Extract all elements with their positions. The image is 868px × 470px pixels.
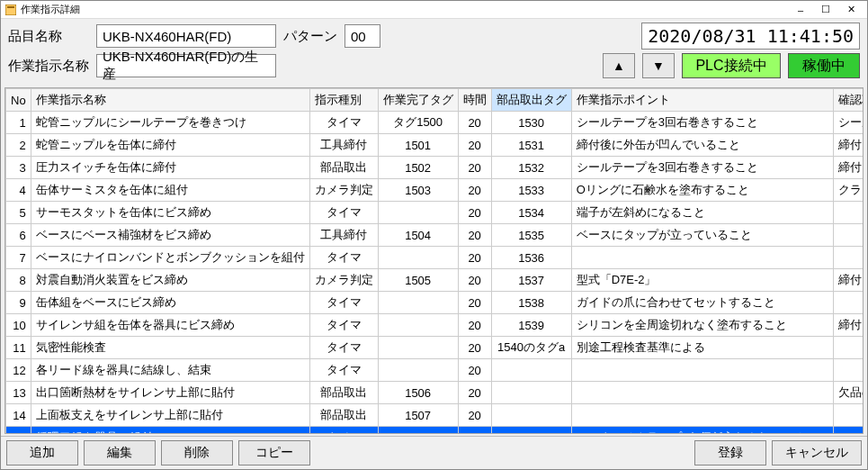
- cell-point: [571, 382, 833, 404]
- table-row[interactable]: 6ベースにベース補強材をビス締め工具締付1504201535ベースにタップが立っ…: [6, 224, 864, 247]
- cell-no: 10: [6, 314, 31, 337]
- table-row[interactable]: 1蛇管ニップルにシールテープを巻きつけタイマタグ1500201530シールテープ…: [6, 112, 864, 134]
- table-row[interactable]: 15循環口組を器具に組付タイマ100ワンタッチクランプが2個仮入れされていること: [6, 427, 864, 435]
- cell-point: ベースにタップが立っていること: [571, 224, 833, 247]
- cell-time: 20: [458, 314, 491, 337]
- cell-check: 欠品のないこ: [833, 382, 864, 404]
- cell-pick: [491, 382, 571, 404]
- cell-pick: 1536: [491, 247, 571, 269]
- cell-time: 20: [458, 157, 491, 179]
- product-field[interactable]: UKB-NX460HAR(FD): [96, 24, 276, 48]
- cell-pick: [491, 404, 571, 427]
- cell-time: 20: [458, 382, 491, 404]
- run-status[interactable]: 稼働中: [788, 53, 860, 78]
- table-row[interactable]: 12各リード線を器具に結線し、結束タイマ20: [6, 359, 864, 382]
- svg-rect-1: [7, 6, 14, 8]
- up-button[interactable]: ▲: [603, 53, 635, 78]
- cell-no: 12: [6, 359, 31, 382]
- cell-type: タイマ: [309, 292, 378, 314]
- edit-button[interactable]: 編集: [84, 440, 156, 465]
- cell-name: 缶体サーミスタを缶体に組付: [31, 179, 309, 202]
- col-point[interactable]: 作業指示ポイント: [571, 89, 833, 112]
- cell-point: [571, 359, 833, 382]
- cell-no: 15: [6, 427, 31, 435]
- cell-point: 別途工程検査基準による: [571, 337, 833, 359]
- cell-check: [833, 292, 864, 314]
- cell-name: ベースにナイロンバンドとボンブクッションを組付: [31, 247, 309, 269]
- cell-pick: 1537: [491, 269, 571, 292]
- cell-time: 20: [458, 269, 491, 292]
- col-name[interactable]: 作業指示名称: [31, 89, 309, 112]
- cell-type: タイマ: [309, 112, 378, 134]
- table-row[interactable]: 2蛇管ニップルを缶体に締付工具締付1501201531締付後に外缶が凹んでいるこ…: [6, 134, 864, 157]
- table-row[interactable]: 4缶体サーミスタを缶体に組付カメラ判定1503201533Oリングに石鹸水を塗布…: [6, 179, 864, 202]
- cell-done: タグ1500: [378, 112, 458, 134]
- cell-type: タイマ: [309, 314, 378, 337]
- col-pick-tag[interactable]: 部品取出タグ: [491, 89, 571, 112]
- cell-done: [378, 359, 458, 382]
- cell-check: [833, 359, 864, 382]
- register-button[interactable]: 登録: [694, 440, 766, 465]
- minimize-button[interactable]: –: [788, 2, 813, 18]
- col-done-tag[interactable]: 作業完了タグ: [378, 89, 458, 112]
- clock: 2020/08/31 11:41:50: [641, 23, 860, 50]
- cell-done: 1504: [378, 224, 458, 247]
- cell-done: 1507: [378, 404, 458, 427]
- close-button[interactable]: ✕: [838, 2, 864, 18]
- cell-pick: 1534: [491, 202, 571, 224]
- maximize-button[interactable]: ☐: [813, 2, 838, 18]
- delete-button[interactable]: 削除: [161, 440, 233, 465]
- cell-type: 工具締付: [309, 134, 378, 157]
- cell-point: シールテープを3回右巻きすること: [571, 112, 833, 134]
- table-row[interactable]: 8対震自動消火装置をビス締めカメラ判定1505201537型式「D7E-2」締付…: [6, 269, 864, 292]
- table-row[interactable]: 5サーモスタットを缶体にビス締めタイマ201534端子が左斜めになること: [6, 202, 864, 224]
- cell-pick: 1531: [491, 134, 571, 157]
- cell-no: 13: [6, 382, 31, 404]
- plc-status[interactable]: PLC接続中: [682, 53, 781, 78]
- col-type[interactable]: 指示種別: [309, 89, 378, 112]
- cell-name: 圧力スイッチを缶体に締付: [31, 157, 309, 179]
- table-row[interactable]: 14上面板支えをサイレンサ上部に貼付部品取出150720: [6, 404, 864, 427]
- table-row[interactable]: 13出口箇断熱材をサイレンサ上部に貼付部品取出150620欠品のないこ: [6, 382, 864, 404]
- table-row[interactable]: 11気密性能検査タイマ201540のタグa別途工程検査基準による: [6, 337, 864, 359]
- cell-pick: 1540のタグa: [491, 337, 571, 359]
- cell-point: [571, 247, 833, 269]
- pattern-field[interactable]: 00: [345, 24, 380, 48]
- cell-type: 部品取出: [309, 382, 378, 404]
- cell-done: [378, 292, 458, 314]
- cell-done: 1502: [378, 157, 458, 179]
- cell-no: 7: [6, 247, 31, 269]
- cell-name: 缶体組をベースにビス締め: [31, 292, 309, 314]
- table-row[interactable]: 10サイレンサ組を缶体を器具にビス締めタイマ201539シリコンを全周途切れなく…: [6, 314, 864, 337]
- instruction-field[interactable]: UKB-NX460HAR(FD)の生産: [96, 54, 276, 77]
- cancel-button[interactable]: キャンセル: [772, 440, 862, 465]
- svg-rect-0: [5, 5, 16, 15]
- cell-time: 20: [458, 112, 491, 134]
- copy-button[interactable]: コピー: [238, 440, 310, 465]
- cell-type: カメラ判定: [309, 179, 378, 202]
- cell-time: 20: [458, 179, 491, 202]
- col-time[interactable]: 時間: [458, 89, 491, 112]
- table-row[interactable]: 7ベースにナイロンバンドとボンブクッションを組付タイマ201536: [6, 247, 864, 269]
- cell-check: 締付トルク30N: [833, 134, 864, 157]
- cell-time: 20: [458, 134, 491, 157]
- cell-pick: 1530: [491, 112, 571, 134]
- cell-point: ガイドの爪に合わせてセットすること: [571, 292, 833, 314]
- cell-no: 14: [6, 404, 31, 427]
- add-button[interactable]: 追加: [6, 440, 78, 465]
- cell-name: サイレンサ組を缶体を器具にビス締め: [31, 314, 309, 337]
- down-button[interactable]: ▼: [642, 53, 675, 78]
- instruction-table-container[interactable]: No 作業指示名称 指示種別 作業完了タグ 時間 部品取出タグ 作業指示ポイント…: [4, 87, 864, 434]
- cell-type: タイマ: [309, 427, 378, 435]
- cell-point: 端子が左斜めになること: [571, 202, 833, 224]
- col-check[interactable]: 確認項目: [833, 89, 864, 112]
- table-row[interactable]: 3圧力スイッチを缶体に締付部品取出1502201532シールテープを3回右巻きす…: [6, 157, 864, 179]
- col-no[interactable]: No: [6, 89, 31, 112]
- cell-type: 部品取出: [309, 404, 378, 427]
- cell-no: 8: [6, 269, 31, 292]
- cell-pick: 1538: [491, 292, 571, 314]
- cell-pick: [491, 359, 571, 382]
- table-row[interactable]: 9缶体組をベースにビス締めタイマ201538ガイドの爪に合わせてセットすること: [6, 292, 864, 314]
- cell-check: [833, 404, 864, 427]
- cell-name: サーモスタットを缶体にビス締め: [31, 202, 309, 224]
